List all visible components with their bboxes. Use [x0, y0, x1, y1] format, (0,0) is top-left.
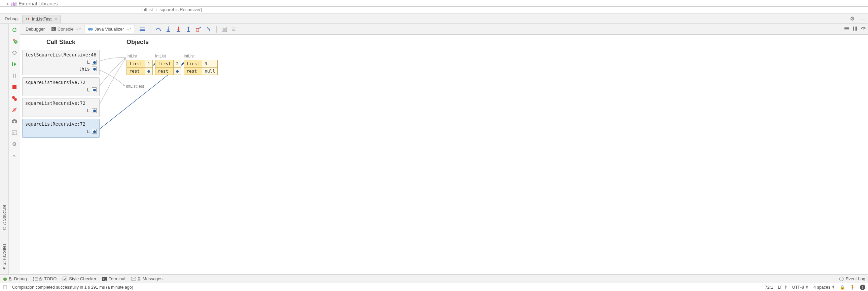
svg-point-91: [839, 277, 843, 281]
svg-rect-15: [15, 74, 16, 78]
step-over-icon[interactable]: [155, 26, 161, 32]
breadcrumb: IntList › squareListRecursive(): [0, 7, 868, 14]
svg-point-79: [33, 277, 34, 278]
frame-variable: L: [25, 60, 97, 65]
cursor-position[interactable]: 72:1: [765, 285, 773, 290]
status-bar: Compilation completed successfully in 1 …: [0, 283, 868, 291]
close-icon[interactable]: ×: [55, 16, 58, 22]
line-separator[interactable]: LF⇕: [778, 285, 787, 290]
right-tool-1-icon[interactable]: [844, 27, 849, 32]
svg-point-17: [12, 96, 15, 99]
run-to-cursor-icon[interactable]: [206, 26, 212, 32]
inspector-icon[interactable]: 🧍: [850, 285, 855, 290]
svg-point-76: [3, 278, 7, 281]
svg-marker-10: [12, 52, 13, 54]
rerun-icon[interactable]: [11, 27, 18, 33]
trace-icon[interactable]: [231, 26, 238, 32]
library-icon: [11, 1, 17, 6]
favorites-side-tab[interactable]: ★2: Favorites: [2, 244, 7, 271]
object-node: first1rest●: [126, 60, 153, 75]
stack-frame[interactable]: squareListRecursive:72L: [22, 77, 100, 96]
bug-icon: [3, 277, 7, 281]
bottom-event-log[interactable]: Event Log: [839, 276, 865, 281]
toggle-auto-icon[interactable]: [11, 49, 18, 56]
breadcrumb-class[interactable]: IntList: [141, 7, 153, 12]
messages-icon: [131, 277, 136, 281]
object-node: first2rest●: [155, 60, 181, 75]
svg-marker-42: [187, 27, 190, 28]
stack-frame[interactable]: testSquareListRecursive:46Lthis: [22, 50, 100, 75]
svg-line-47: [207, 27, 210, 30]
svg-point-23: [13, 121, 16, 123]
right-tool-3-icon[interactable]: [861, 26, 866, 32]
step-into-icon[interactable]: [165, 26, 171, 32]
svg-rect-1: [13, 2, 14, 6]
debug-tabs-row: Debugger >_ Console→* Java Visualizer→*: [20, 24, 868, 35]
stack-frame[interactable]: squareListRecursive:72L: [22, 119, 100, 138]
notif-icon[interactable]: !: [860, 285, 865, 290]
list-icon: [33, 277, 38, 281]
encoding[interactable]: UTF-8⇕: [792, 285, 809, 290]
left-side-tabs: ⌬7: Structure ★2: Favorites: [0, 24, 9, 274]
rerun-failed-icon[interactable]: 9: [11, 38, 18, 45]
bottom-tool-bar: 5: Debug 6: TODO Style Checker >_ Termin…: [0, 274, 868, 283]
show-frames-icon[interactable]: [139, 26, 145, 32]
frame-variable: L: [25, 108, 97, 113]
svg-rect-16: [12, 85, 17, 89]
minimize-icon[interactable]: —: [857, 16, 868, 22]
project-tree-fragment: ▸ External Libraries: [0, 0, 868, 7]
step-out-icon[interactable]: [185, 26, 191, 32]
breadcrumb-method[interactable]: squareListRecursive(): [159, 7, 202, 12]
frame-title: squareListRecursive:72: [25, 80, 97, 85]
debug-session-tab[interactable]: IntListTest ×: [22, 15, 61, 23]
structure-side-tab[interactable]: ⌬7: Structure: [2, 205, 7, 230]
tab-java-visualizer[interactable]: Java Visualizer→*: [84, 25, 134, 33]
object-type-label: IntList: [184, 54, 194, 59]
camera-icon[interactable]: [11, 118, 18, 125]
svg-marker-39: [177, 30, 180, 31]
bottom-todo[interactable]: 6: TODO: [33, 276, 57, 281]
svg-rect-63: [855, 27, 856, 31]
resume-icon[interactable]: [11, 61, 18, 68]
more-icon[interactable]: »: [11, 152, 18, 159]
check-icon: [63, 277, 67, 281]
breakpoints-icon[interactable]: [11, 95, 18, 102]
bottom-style-checker[interactable]: Style Checker: [63, 276, 96, 281]
bottom-terminal[interactable]: >_ Terminal: [102, 276, 125, 281]
svg-text:9: 9: [15, 41, 17, 44]
svg-rect-12: [12, 62, 13, 66]
objects-header: Objects: [126, 39, 865, 46]
svg-rect-62: [853, 27, 854, 31]
stop-icon[interactable]: [11, 84, 18, 90]
right-tool-2-icon[interactable]: [852, 26, 857, 32]
svg-rect-2: [14, 3, 15, 6]
call-stack-header: Call Stack: [22, 39, 100, 46]
tab-console[interactable]: >_ Console→*: [48, 25, 84, 33]
pointer-box: [92, 60, 97, 65]
external-libraries-label[interactable]: External Libraries: [19, 1, 58, 6]
debug-bar: Debug: IntListTest × ⚙ —: [0, 14, 868, 24]
indent[interactable]: 4 spaces⇕: [813, 285, 835, 290]
svg-point-81: [33, 278, 34, 279]
force-step-into-icon[interactable]: [175, 26, 181, 32]
mute-breakpoints-icon[interactable]: [11, 107, 18, 113]
svg-rect-0: [11, 3, 12, 6]
bottom-messages[interactable]: 0: Messages: [131, 276, 162, 281]
settings-icon[interactable]: ⚙: [11, 141, 18, 147]
svg-marker-71: [124, 58, 126, 60]
terminal-icon: >_: [102, 277, 107, 281]
object-type-label: IntList: [155, 54, 166, 59]
layout-icon[interactable]: [11, 130, 18, 136]
drop-frame-icon[interactable]: [195, 26, 202, 32]
gear-icon[interactable]: ⚙: [847, 15, 857, 22]
frame-title: squareListRecursive:72: [25, 101, 97, 106]
tab-debugger[interactable]: Debugger: [22, 25, 48, 33]
svg-marker-11: [16, 52, 17, 54]
bottom-debug[interactable]: 5: Debug: [3, 276, 27, 281]
stack-frame[interactable]: squareListRecursive:72L: [22, 98, 100, 117]
lock-icon[interactable]: 🔒: [840, 285, 845, 290]
chevron-right-icon[interactable]: ▸: [7, 1, 9, 6]
svg-marker-13: [14, 62, 17, 66]
evaluate-icon[interactable]: [221, 26, 227, 32]
pause-icon[interactable]: [11, 72, 18, 79]
